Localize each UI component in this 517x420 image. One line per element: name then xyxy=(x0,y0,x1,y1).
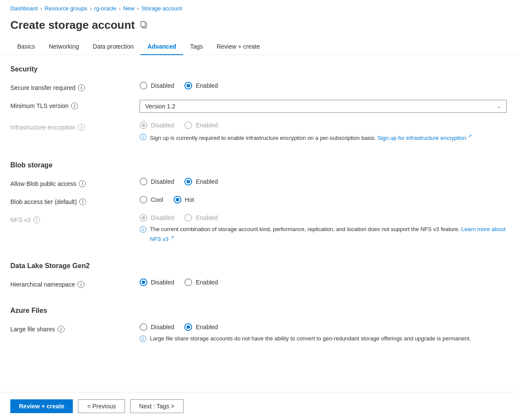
infra-encryption-info-msg: ⓘ Sign up is currently required to enabl… xyxy=(140,133,507,142)
secure-transfer-disabled-circle xyxy=(140,82,147,90)
data-lake-section-title: Data Lake Storage Gen2 xyxy=(10,262,507,270)
tab-tags[interactable]: Tags xyxy=(183,39,210,55)
large-file-shares-enabled[interactable]: Enabled xyxy=(184,323,218,331)
security-section-title: Security xyxy=(10,65,507,73)
min-tls-value: Version 1.2 xyxy=(145,103,175,110)
tab-advanced[interactable]: Advanced xyxy=(140,39,183,55)
tab-networking[interactable]: Networking xyxy=(42,39,86,55)
large-file-shares-label: Large file shares i xyxy=(10,323,140,333)
copy-icon[interactable] xyxy=(140,21,148,30)
breadcrumb-storage-account: Storage account xyxy=(141,5,182,12)
breadcrumb-rg-oracle[interactable]: rg-oracle xyxy=(94,5,116,12)
min-tls-control: Version 1.2 ⌄ xyxy=(140,100,507,113)
hierarchical-enabled-circle xyxy=(184,278,192,286)
nfs-v3-disabled-circle xyxy=(140,214,147,222)
infra-encryption-label: Infrastructure encryption i xyxy=(10,121,140,131)
breadcrumb-new[interactable]: New xyxy=(123,5,134,12)
nfs-v3-radio-group: Disabled Enabled xyxy=(140,214,507,222)
infra-encryption-info-icon[interactable]: i xyxy=(78,124,85,131)
tabs: Basics Networking Data protection Advanc… xyxy=(0,39,517,55)
blob-storage-section: Blob storage Allow Blob public access i … xyxy=(10,161,507,243)
infra-encryption-row: Infrastructure encryption i Disabled Ena… xyxy=(10,121,507,142)
blob-public-access-radio-group: Disabled Enabled xyxy=(140,178,507,185)
secure-transfer-control: Disabled Enabled xyxy=(140,82,507,90)
info-circle-icon: ⓘ xyxy=(140,133,146,142)
page-header: Create storage account xyxy=(0,15,517,39)
large-file-disabled-circle xyxy=(140,323,147,331)
large-file-enabled-circle xyxy=(184,323,192,331)
blob-public-access-row: Allow Blob public access i Disabled Enab… xyxy=(10,178,507,187)
blob-access-tier-info-icon[interactable]: i xyxy=(79,198,86,205)
nfs-external-link-icon: ↗ xyxy=(170,234,174,239)
nfs-v3-row: NFS v3 i Disabled Enabled xyxy=(10,214,507,243)
blob-access-tier-control: Cool Hot xyxy=(140,196,507,204)
blob-storage-section-title: Blob storage xyxy=(10,161,507,169)
infra-encryption-enabled[interactable]: Enabled xyxy=(184,121,218,129)
blob-access-tier-cool[interactable]: Cool xyxy=(140,196,163,204)
infra-encryption-signup-link[interactable]: Sign up for infrastructure encryption ↗ xyxy=(377,135,472,141)
breadcrumb: Dashboard › Resource groups › rg-oracle … xyxy=(0,0,517,15)
hierarchical-namespace-disabled[interactable]: Disabled xyxy=(140,278,174,286)
footer: Review + create < Previous Next : Tags > xyxy=(0,392,517,395)
infra-encryption-enabled-circle xyxy=(184,121,192,129)
infra-encryption-disabled[interactable]: Disabled xyxy=(140,121,174,129)
large-file-shares-row: Large file shares i Disabled Enabled xyxy=(10,323,507,344)
large-file-shares-info-icon[interactable]: i xyxy=(58,326,65,333)
hierarchical-namespace-label: Hierarchical namespace i xyxy=(10,278,140,288)
large-file-shares-control: Disabled Enabled ⓘ Large file share stor… xyxy=(140,323,507,344)
min-tls-row: Minimum TLS version i Version 1.2 ⌄ xyxy=(10,100,507,113)
nfs-v3-enabled[interactable]: Enabled xyxy=(184,214,218,222)
chevron-down-icon: ⌄ xyxy=(497,103,501,109)
svg-rect-1 xyxy=(141,22,145,27)
hierarchical-namespace-radio-group: Disabled Enabled xyxy=(140,278,507,286)
blob-public-access-enabled[interactable]: Enabled xyxy=(184,178,218,185)
secure-transfer-enabled[interactable]: Enabled xyxy=(184,82,218,90)
secure-transfer-row: Secure transfer required i Disabled Enab… xyxy=(10,82,507,91)
breadcrumb-resource-groups[interactable]: Resource groups xyxy=(45,5,87,12)
nfs-v3-enabled-circle xyxy=(184,214,192,222)
azure-files-section: Azure Files Large file shares i Disabled xyxy=(10,307,507,344)
tab-data-protection[interactable]: Data protection xyxy=(86,39,140,55)
min-tls-info-icon[interactable]: i xyxy=(71,102,78,109)
secure-transfer-label: Secure transfer required i xyxy=(10,82,140,91)
blob-access-tier-row: Blob access tier (default) i Cool Hot xyxy=(10,196,507,205)
hierarchical-namespace-enabled[interactable]: Enabled xyxy=(184,278,218,286)
infra-encryption-radio-group: Disabled Enabled xyxy=(140,121,507,129)
blob-access-tier-radio-group: Cool Hot xyxy=(140,196,507,204)
blob-public-access-control: Disabled Enabled xyxy=(140,178,507,185)
blob-access-tier-label: Blob access tier (default) i xyxy=(10,196,140,205)
nfs-v3-info-icon[interactable]: i xyxy=(33,216,40,223)
nfs-v3-control: Disabled Enabled ⓘ The current combinati… xyxy=(140,214,507,243)
secure-transfer-disabled[interactable]: Disabled xyxy=(140,82,174,90)
blob-public-access-info-icon[interactable]: i xyxy=(79,180,86,187)
nfs-info-circle-icon: ⓘ xyxy=(140,225,146,235)
secure-transfer-radio-group: Disabled Enabled xyxy=(140,82,507,90)
hierarchical-namespace-row: Hierarchical namespace i Disabled Enable… xyxy=(10,278,507,288)
blob-public-disabled-circle xyxy=(140,178,147,185)
large-file-info-circle-icon: ⓘ xyxy=(140,335,146,344)
tab-review-create[interactable]: Review + create xyxy=(210,39,267,55)
secure-transfer-enabled-circle xyxy=(184,82,192,90)
content: Security Secure transfer required i Disa… xyxy=(0,55,517,395)
min-tls-select[interactable]: Version 1.2 ⌄ xyxy=(140,100,507,113)
page-title: Create storage account xyxy=(10,19,135,32)
nfs-v3-label: NFS v3 i xyxy=(10,214,140,223)
blob-access-tier-hot[interactable]: Hot xyxy=(174,196,194,204)
blob-public-access-disabled[interactable]: Disabled xyxy=(140,178,174,185)
hierarchical-namespace-info-icon[interactable]: i xyxy=(78,281,84,288)
infra-encryption-disabled-circle xyxy=(140,121,147,129)
nfs-v3-disabled[interactable]: Disabled xyxy=(140,214,174,222)
breadcrumb-dashboard[interactable]: Dashboard xyxy=(10,5,38,12)
large-file-shares-disabled[interactable]: Disabled xyxy=(140,323,174,331)
blob-tier-cool-circle xyxy=(140,196,147,204)
infra-encryption-control: Disabled Enabled ⓘ Sign up is currently … xyxy=(140,121,507,142)
large-file-shares-info-msg: ⓘ Large file share storage accounts do n… xyxy=(140,334,507,344)
blob-tier-hot-circle xyxy=(174,196,181,204)
secure-transfer-info-icon[interactable]: i xyxy=(78,84,85,91)
tab-basics[interactable]: Basics xyxy=(10,39,42,55)
blob-public-access-label: Allow Blob public access i xyxy=(10,178,140,187)
blob-public-enabled-circle xyxy=(184,178,192,185)
data-lake-section: Data Lake Storage Gen2 Hierarchical name… xyxy=(10,262,507,288)
external-link-icon: ↗ xyxy=(468,133,472,139)
security-section: Security Secure transfer required i Disa… xyxy=(10,65,507,142)
